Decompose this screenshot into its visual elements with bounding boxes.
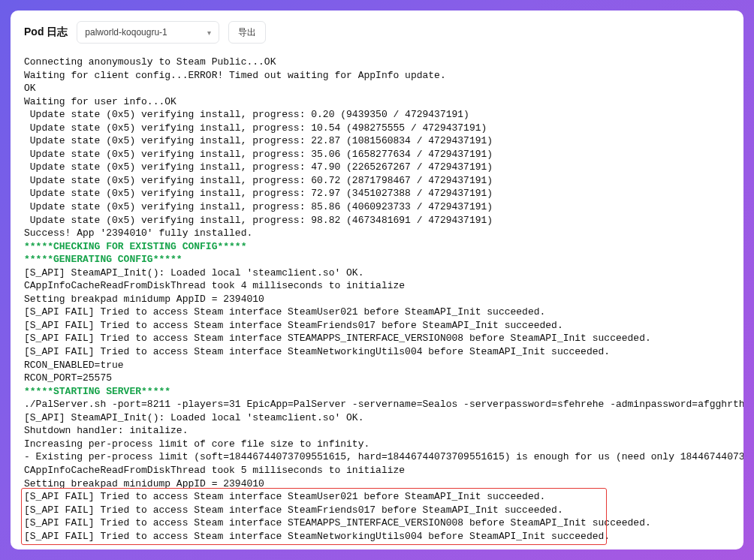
log-line: [S_API FAIL] Tried to access Steam inter… — [24, 332, 730, 345]
pod-select[interactable]: palworld-koqougru-1 ▾ — [77, 21, 219, 44]
log-line: Waiting for client config...ERROR! Timed… — [24, 69, 730, 83]
log-line: *****GENERATING CONFIG***** — [24, 253, 730, 266]
log-line: Setting breakpad minidump AppID = 239401… — [24, 477, 730, 491]
log-line: CAppInfoCacheReadFromDiskThread took 4 m… — [24, 279, 730, 293]
pod-select-value: palworld-koqougru-1 — [85, 27, 167, 38]
toolbar: Pod 日志 palworld-koqougru-1 ▾ 导出 — [24, 21, 730, 44]
log-line: Update state (0x5) verifying install, pr… — [24, 108, 730, 122]
log-line: [S_API FAIL] Tried to access Steam inter… — [24, 319, 730, 333]
chevron-down-icon: ▾ — [207, 29, 211, 37]
log-line: [S_API FAIL] Tried to access Steam inter… — [24, 345, 730, 359]
log-line: CAppInfoCacheReadFromDiskThread took 5 m… — [24, 464, 730, 477]
log-line: [S_API FAIL] Tried to access Steam inter… — [24, 530, 730, 543]
log-line: ./PalServer.sh -port=8211 -players=31 Ep… — [24, 398, 730, 411]
log-line: *****STARTING SERVER***** — [24, 385, 730, 399]
log-line: Shutdown handler: initalize. — [24, 424, 730, 438]
log-line: Success! App '2394010' fully installed. — [24, 227, 730, 240]
log-line: RCON_ENABLED=true — [24, 359, 730, 372]
log-line: Update state (0x5) verifying install, pr… — [24, 200, 730, 214]
log-line: Connecting anonymously to Steam Public..… — [24, 56, 730, 69]
log-line: Setting breakpad minidump AppID = 239401… — [24, 293, 730, 306]
log-line: [S_API FAIL] Tried to access Steam inter… — [24, 306, 730, 319]
log-line: [S_API FAIL] Tried to access Steam inter… — [24, 490, 730, 504]
log-line: Increasing per-process limit of core fil… — [24, 438, 730, 451]
log-line: *****CHECKING FOR EXISTING CONFIG***** — [24, 240, 730, 254]
log-line: RCON_PORT=25575 — [24, 372, 730, 385]
log-line: Update state (0x5) verifying install, pr… — [24, 148, 730, 161]
log-line: Update state (0x5) verifying install, pr… — [24, 134, 730, 148]
log-line: [S_API FAIL] Tried to access Steam inter… — [24, 516, 730, 530]
log-line: Update state (0x5) verifying install, pr… — [24, 214, 730, 227]
log-line: Waiting for user info...OK — [24, 95, 730, 109]
log-line: Update state (0x5) verifying install, pr… — [24, 187, 730, 200]
log-output: Connecting anonymously to Steam Public..… — [24, 56, 730, 543]
log-line: [S_API] SteamAPI_Init(): Loaded local 's… — [24, 266, 730, 280]
log-line: [S_API FAIL] Tried to access Steam inter… — [24, 504, 730, 517]
log-line: Update state (0x5) verifying install, pr… — [24, 161, 730, 174]
log-panel: Pod 日志 palworld-koqougru-1 ▾ 导出 Connecti… — [11, 11, 743, 549]
log-line: Update state (0x5) verifying install, pr… — [24, 174, 730, 188]
log-line: Update state (0x5) verifying install, pr… — [24, 122, 730, 135]
log-line: [S_API] SteamAPI_Init(): Loaded local 's… — [24, 411, 730, 425]
export-button[interactable]: 导出 — [228, 21, 266, 44]
log-line: OK — [24, 82, 730, 95]
panel-title: Pod 日志 — [24, 26, 68, 39]
log-line: - Existing per-process limit (soft=18446… — [24, 450, 730, 464]
